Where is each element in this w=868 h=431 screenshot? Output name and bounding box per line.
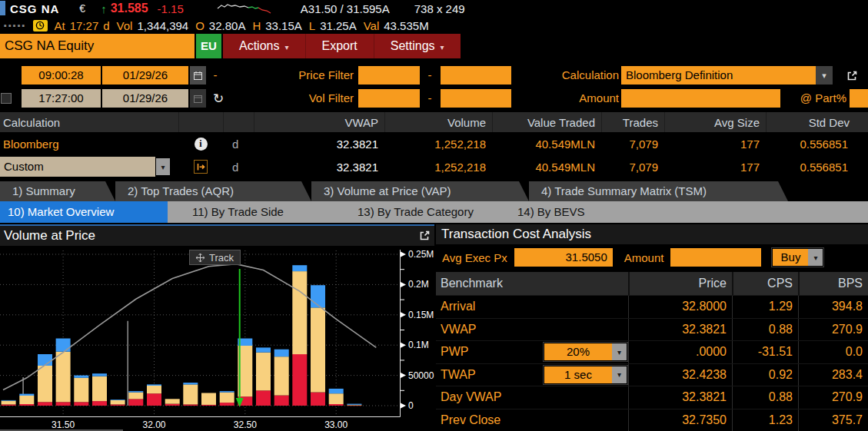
benchmark-cps: 0.88 [732, 319, 798, 341]
end-time-input[interactable]: 17:27:00 [22, 89, 101, 108]
calendar-icon[interactable] [190, 66, 206, 85]
vap-bar-segment [220, 393, 234, 403]
vol-filter-label: Vol Filter [260, 89, 354, 108]
tab-4-trade-summary-matrix-tsm-[interactable]: 4) Trade Summary Matrix (TSM) [529, 181, 788, 201]
open-label: O [195, 19, 205, 32]
track-button[interactable]: Track [189, 250, 241, 265]
vap-bar-segment [56, 339, 71, 352]
benchmark-row: Prev Close32.73501.23375.7 [436, 409, 868, 431]
price-filter-to-input[interactable] [441, 66, 511, 85]
header-avg-size: Avg Size [664, 112, 766, 132]
bid-ask-quote: A31.50 / 31.595A [301, 2, 390, 15]
calc-name-cell: Custom [0, 157, 178, 177]
session-flag: d [223, 161, 254, 174]
session-flag: d [223, 138, 254, 151]
calculation-dropdown-button[interactable] [816, 66, 833, 85]
chevron-down-icon[interactable] [612, 366, 627, 383]
tca-amount-input[interactable] [670, 248, 761, 267]
export-menu[interactable]: Export [305, 34, 374, 58]
chevron-down-icon[interactable] [155, 157, 171, 177]
price-filter-from-input[interactable] [358, 66, 420, 85]
start-date-input[interactable]: 01/29/26 [102, 66, 188, 85]
vap-bar-segment [311, 393, 325, 406]
vap-bar-segment [165, 404, 180, 406]
vap-bar-segment [147, 384, 161, 386]
benchmark-cps: 0.88 [732, 386, 798, 409]
popout-icon[interactable] [417, 227, 432, 243]
tab-10-market-overview[interactable]: 10) Market Overview [0, 201, 168, 223]
security-input[interactable]: CSG NA Equity [0, 34, 195, 58]
low-label: L [309, 19, 315, 32]
side-value[interactable]: Buy [773, 249, 808, 266]
custom-calc-dropdown[interactable]: Custom [0, 157, 155, 177]
primary-tabs: 1) Summary2) Top Trades (AQR)3) Volume a… [0, 181, 868, 201]
tab-1-summary[interactable]: 1) Summary [0, 181, 115, 201]
benchmark-param-value[interactable]: 20% [544, 343, 612, 360]
settings-menu[interactable]: Settings▾ [374, 34, 461, 58]
chevron-down-icon[interactable] [612, 343, 627, 360]
checkbox[interactable] [1, 93, 12, 104]
amount-label: Amount [525, 89, 619, 108]
benchmark-price: 32.4238 [628, 364, 732, 386]
benchmark-bps: 0.0 [798, 341, 868, 363]
part-label: @ Part% [787, 89, 846, 108]
cell-trades: 7,079 [601, 161, 664, 174]
x-tick-label: 32.50 [234, 419, 257, 430]
vap-bar-segment [165, 399, 180, 403]
high-label: H [252, 19, 261, 32]
vap-bar-segment [38, 366, 52, 402]
volume-at-price-chart[interactable]: 0.25M0.2M0.15M0.1M50000031.5032.0032.503… [0, 246, 434, 431]
y-tick-label: 0.1M [408, 340, 429, 350]
vap-bar-segment [183, 384, 198, 404]
popout-icon[interactable] [844, 68, 860, 83]
info-icon[interactable] [195, 138, 208, 151]
calc-table-row: Customd32.38211,252,21840.549MLN7,079177… [0, 155, 868, 178]
avg-exec-input[interactable]: 31.5050 [514, 248, 613, 267]
low-value: 31.25A [320, 19, 357, 32]
tab-11-by-trade-side[interactable]: 11) By Trade Side [185, 201, 291, 223]
benchmark-bps: 394.8 [798, 296, 868, 318]
part-input[interactable] [850, 89, 868, 108]
vap-bar-segment [147, 386, 161, 393]
start-time-input[interactable]: 09:00:28 [22, 66, 101, 85]
cell-std_dev: 0.556851 [766, 138, 868, 151]
cell-trades: 7,079 [601, 138, 664, 151]
benchmark-row: Arrival32.80001.29394.8 [436, 295, 868, 318]
refresh-icon[interactable] [209, 89, 228, 108]
tab-3-volume-at-price-vap-[interactable]: 3) Volume at Price (VAP) [311, 181, 529, 201]
delayed-clock-icon[interactable] [33, 20, 48, 31]
header-bps: BPS [798, 272, 868, 295]
benchmark-price: .0000 [628, 341, 732, 363]
ticker-symbol: CSG NA [10, 2, 59, 15]
vap-bar-segment [347, 404, 361, 405]
benchmark-table-body: Arrival32.80001.29394.8VWAP32.38210.8827… [436, 295, 868, 431]
benchmark-row: VWAP32.38210.88270.9 [436, 318, 868, 341]
benchmark-param-value[interactable]: 1 sec [544, 366, 612, 383]
tab-14-by-bevs[interactable]: 14) By BEVS [510, 201, 593, 223]
y-tick-arrow [401, 373, 406, 378]
end-date-input[interactable]: 01/29/26 [102, 89, 188, 108]
header-volume: Volume [384, 112, 492, 132]
side-dropdown-button[interactable] [808, 249, 823, 266]
cell-std_dev: 0.556851 [766, 161, 868, 174]
vap-bar-segment [274, 356, 289, 395]
benchmark-bps: 283.4 [798, 364, 868, 386]
quote-bar: CSG NA € ↑ 31.585 -1.15 A31.50 / 31.595A… [0, 0, 868, 17]
benchmark-cps: 1.23 [732, 409, 798, 431]
amount-input[interactable] [621, 89, 780, 108]
calculation-select[interactable]: Bloomberg Definition [621, 66, 816, 85]
vol-filter-to-input[interactable] [441, 89, 511, 108]
at-label: At [55, 19, 65, 32]
volume-at-price-panel: Volume at Price 0.25M0.2M0.15M0.1M500000… [0, 224, 434, 431]
vol-filter-from-input[interactable] [358, 89, 420, 108]
tab-2-top-trades-aqr-[interactable]: 2) Top Trades (AQR) [115, 181, 311, 201]
benchmark-price: 32.7350 [628, 409, 732, 431]
export-row-icon[interactable] [194, 160, 208, 174]
vap-bar-segment [38, 402, 52, 406]
y-tick-label: 0 [408, 400, 414, 411]
window-grip[interactable] [0, 1, 5, 15]
cell-vwap: 32.3821 [254, 161, 384, 174]
red-menu: Actions▾ Export Settings▾ [223, 34, 461, 58]
actions-menu[interactable]: Actions▾ [223, 34, 305, 58]
tab-13-by-trade-category[interactable]: 13) By Trade Category [350, 201, 481, 223]
